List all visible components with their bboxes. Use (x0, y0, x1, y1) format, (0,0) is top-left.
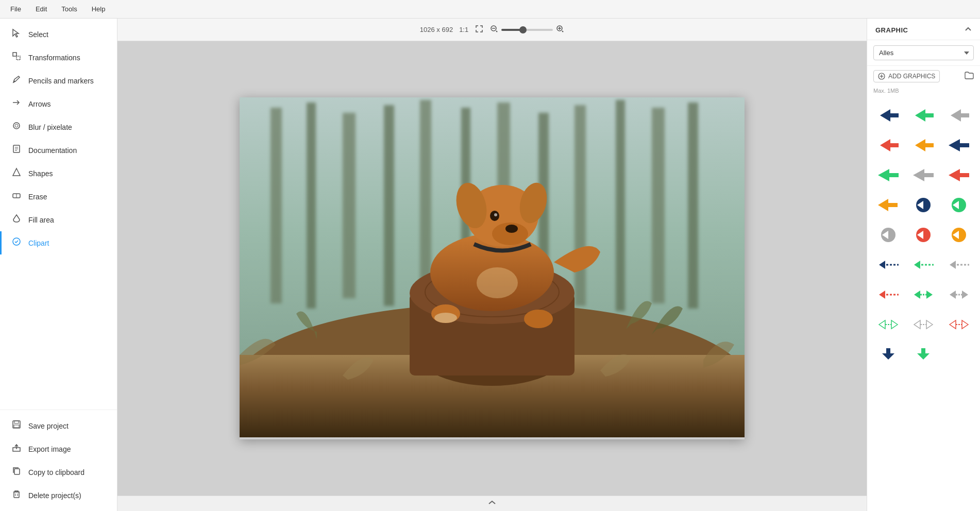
sidebar-item-export[interactable]: Export image (0, 437, 117, 461)
svg-point-60 (434, 313, 457, 323)
graphics-dropdown[interactable]: Alles Arrows Shapes Icons (873, 45, 974, 60)
svg-marker-74 (913, 169, 924, 181)
arrow-item[interactable] (872, 222, 904, 248)
panel-title: GRAPHIC (875, 26, 908, 34)
sidebar-item-erase[interactable]: Erase (0, 185, 117, 208)
arrow-item[interactable] (907, 192, 939, 218)
arrow-item[interactable] (943, 192, 975, 218)
panel-collapse-button[interactable] (965, 26, 972, 35)
arrow-item[interactable] (872, 162, 904, 189)
svg-rect-0 (13, 53, 16, 56)
zoom-in-icon[interactable] (556, 25, 564, 35)
sidebar-item-shapes[interactable]: Shapes (0, 162, 117, 185)
arrow-item[interactable] (872, 102, 904, 129)
svg-rect-116 (921, 348, 925, 354)
arrow-item[interactable] (943, 162, 975, 189)
canvas-collapse-button[interactable] (488, 500, 496, 507)
sidebar-label-pencils: Pencils and markers (28, 77, 94, 85)
pencil-icon (11, 74, 22, 87)
arrow-item[interactable] (943, 102, 975, 129)
arrow-item[interactable] (943, 132, 975, 159)
sidebar-label-blur: Blur / pixelate (28, 123, 72, 131)
svg-marker-94 (950, 261, 956, 269)
sidebar-item-clipart[interactable]: Clipart (0, 231, 117, 254)
svg-rect-41 (688, 103, 698, 309)
svg-rect-30 (271, 108, 282, 303)
svg-marker-106 (891, 320, 898, 329)
main-layout: Select Transformations Pencils and marke… (0, 19, 980, 511)
arrow-item[interactable] (872, 311, 904, 338)
svg-rect-38 (575, 105, 586, 306)
save-icon (11, 419, 22, 432)
sidebar-item-documentation[interactable]: Documentation (0, 139, 117, 162)
arrow-item[interactable] (907, 102, 939, 129)
arrow-item[interactable] (943, 311, 975, 338)
canvas-svg (240, 97, 745, 437)
arrow-item[interactable] (943, 281, 975, 308)
arrow-item[interactable] (943, 222, 975, 248)
svg-marker-66 (915, 109, 934, 122)
svg-rect-32 (343, 113, 356, 298)
menu-file[interactable]: File (8, 4, 23, 14)
select-icon (11, 28, 22, 41)
svg-marker-70 (949, 139, 960, 151)
arrow-item[interactable] (872, 192, 904, 218)
sidebar-top: Select Transformations Pencils and marke… (0, 23, 117, 410)
arrow-item[interactable] (907, 251, 939, 278)
add-graphics-button[interactable]: ADD GRAPHICS (873, 70, 940, 82)
svg-rect-71 (960, 143, 969, 147)
arrow-item[interactable] (907, 311, 939, 338)
arrow-item[interactable] (907, 162, 939, 189)
add-graphics-row: ADD GRAPHICS (867, 66, 980, 87)
sidebar-item-arrows[interactable]: Arrows (0, 92, 117, 115)
svg-point-4 (15, 124, 18, 127)
arrow-item[interactable] (872, 341, 904, 368)
svg-marker-78 (878, 199, 888, 211)
svg-rect-19 (14, 492, 19, 498)
arrow-item[interactable] (943, 251, 975, 278)
folder-button[interactable] (965, 71, 974, 81)
zoom-slider[interactable] (501, 29, 553, 31)
right-panel: GRAPHIC Alles Arrows Shapes Icons ADD GR… (867, 19, 980, 511)
arrow-item[interactable] (872, 251, 904, 278)
sidebar-item-transformations[interactable]: Transformations (0, 46, 117, 69)
menu-edit[interactable]: Edit (33, 4, 49, 14)
svg-point-61 (477, 267, 518, 298)
canvas-area: 1026 x 692 1:1 (117, 19, 867, 511)
menu-help[interactable]: Help (90, 4, 108, 14)
panel-dropdown-section: Alles Arrows Shapes Icons (867, 40, 980, 66)
arrow-item[interactable] (907, 132, 939, 159)
sidebar-label-erase: Erase (28, 193, 47, 201)
copy-icon (11, 466, 22, 479)
sidebar-item-blur[interactable]: Blur / pixelate (0, 115, 117, 139)
sidebar-label-select: Select (28, 30, 48, 39)
sidebar-item-copy[interactable]: Copy to clipboard (0, 461, 117, 484)
arrow-item[interactable] (943, 341, 975, 368)
svg-marker-110 (950, 320, 956, 329)
canvas-content[interactable] (117, 41, 867, 496)
sidebar-item-select[interactable]: Select (0, 23, 117, 46)
sidebar-item-delete[interactable]: Delete project(s) (0, 484, 117, 507)
arrow-item[interactable] (872, 132, 904, 159)
svg-rect-39 (616, 100, 625, 311)
svg-rect-77 (960, 173, 969, 177)
arrow-item[interactable] (872, 281, 904, 308)
svg-point-55 (494, 213, 497, 216)
arrow-item[interactable] (907, 222, 939, 248)
menu-tools[interactable]: Tools (59, 4, 79, 14)
arrow-item[interactable] (907, 341, 939, 368)
svg-marker-9 (13, 168, 20, 176)
sidebar-item-save[interactable]: Save project (0, 414, 117, 437)
sidebar-label-save: Save project (28, 422, 69, 430)
svg-marker-90 (879, 261, 885, 269)
sidebar-item-pencils[interactable]: Pencils and markers (0, 69, 117, 92)
svg-rect-40 (652, 108, 665, 303)
svg-point-3 (13, 123, 20, 129)
zoom-control (490, 25, 564, 35)
fullscreen-button[interactable] (475, 24, 484, 35)
svg-rect-18 (14, 469, 20, 474)
sidebar-item-fill[interactable]: Fill area (0, 208, 117, 231)
arrow-item[interactable] (907, 281, 939, 308)
zoom-out-icon[interactable] (490, 25, 498, 35)
clipart-icon (11, 236, 22, 249)
